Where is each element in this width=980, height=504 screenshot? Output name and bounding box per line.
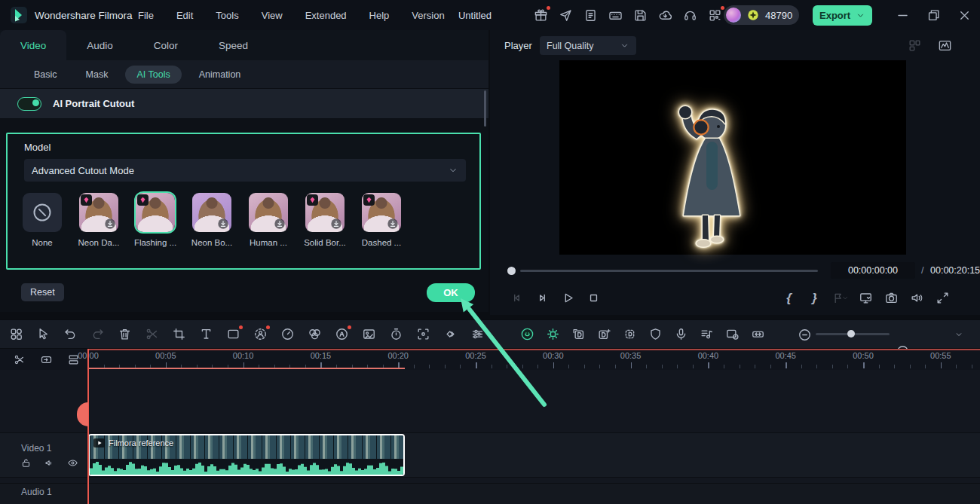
preset-item[interactable]: Solid Bor...	[305, 193, 345, 247]
neon-effect-icon[interactable]	[544, 326, 561, 343]
panel-scrollbar[interactable]	[484, 90, 486, 127]
property-tab[interactable]: Video	[0, 30, 66, 60]
speed-icon[interactable]	[279, 326, 296, 343]
ai-portrait-toggle[interactable]	[17, 97, 41, 111]
menu-item[interactable]: Help	[369, 10, 390, 21]
preset-thumbnail[interactable]	[192, 193, 231, 232]
play-icon[interactable]	[559, 289, 577, 307]
reset-button[interactable]: Reset	[21, 283, 64, 301]
ai-image-icon[interactable]	[360, 326, 377, 343]
track-mute-icon[interactable]	[43, 457, 56, 469]
export-button[interactable]: Export	[813, 5, 872, 26]
adjustment-icon[interactable]	[469, 326, 485, 343]
record-device-icon[interactable]	[724, 326, 740, 343]
voiceover-mic-icon[interactable]	[672, 326, 689, 343]
gift-icon[interactable]	[532, 7, 549, 23]
video-subtab[interactable]: Basic	[23, 66, 69, 84]
keyboard-icon[interactable]	[607, 7, 623, 23]
preset-item[interactable]: Human ...	[249, 193, 288, 247]
next-frame-icon[interactable]	[534, 289, 551, 307]
menu-item[interactable]: Extended	[305, 10, 347, 21]
headset-icon[interactable]	[681, 7, 698, 23]
avatar[interactable]	[726, 8, 741, 23]
fullscreen-icon[interactable]	[934, 289, 951, 307]
preset-thumbnail[interactable]	[136, 193, 175, 232]
preset-item[interactable]: None	[23, 193, 62, 247]
preset-thumbnail[interactable]	[305, 193, 345, 232]
keyframe-icon[interactable]	[442, 326, 458, 343]
color-wheels-icon[interactable]	[306, 326, 323, 343]
menu-item[interactable]: File	[138, 10, 154, 21]
preset-thumbnail[interactable]	[362, 193, 401, 232]
speech-to-text-icon[interactable]	[570, 326, 586, 343]
motion-track-icon[interactable]	[415, 326, 431, 343]
chevron-down-icon[interactable]	[954, 330, 963, 339]
media-grid-icon[interactable]	[8, 326, 24, 343]
property-tab[interactable]: Speed	[198, 30, 268, 60]
playhead[interactable]	[87, 349, 89, 504]
account-pill[interactable]: 48790	[724, 5, 799, 25]
task-list-icon[interactable]	[582, 7, 599, 23]
mark-in-icon[interactable]: {	[780, 289, 798, 307]
ok-button[interactable]: OK	[427, 283, 475, 302]
delete-icon[interactable]	[116, 326, 133, 343]
chevron-down-icon[interactable]	[856, 11, 865, 20]
preset-item[interactable]: Dashed ...	[362, 193, 401, 247]
lock-icon[interactable]	[20, 457, 32, 469]
ai-audio-icon[interactable]	[333, 326, 350, 343]
menu-item[interactable]: Tools	[216, 10, 238, 21]
auto-caption-icon[interactable]	[621, 326, 638, 343]
eye-icon[interactable]	[66, 457, 79, 469]
close-icon[interactable]	[953, 7, 975, 23]
property-tab[interactable]: Color	[133, 30, 198, 60]
preset-item[interactable]: Neon Bo...	[192, 193, 231, 247]
video-subtab[interactable]: Animation	[188, 66, 253, 84]
preset-thumbnail[interactable]	[249, 193, 288, 232]
stop-icon[interactable]	[585, 289, 602, 307]
menu-item[interactable]: View	[262, 10, 283, 21]
shield-icon[interactable]	[647, 326, 663, 343]
text-tool-icon[interactable]	[198, 326, 214, 343]
video-clip[interactable]: Filmora reference	[88, 434, 405, 476]
multi-view-icon[interactable]	[906, 37, 923, 53]
minimize-icon[interactable]	[891, 7, 914, 23]
preset-thumbnail[interactable]	[79, 193, 118, 232]
render-preview-icon[interactable]	[519, 326, 535, 343]
smart-cutout-icon[interactable]	[252, 326, 268, 343]
send-icon[interactable]	[557, 7, 574, 23]
save-icon[interactable]	[632, 7, 648, 23]
mirror-display-icon[interactable]	[857, 289, 874, 307]
split-scissors-icon[interactable]	[143, 326, 160, 343]
timeline-ruler[interactable]: 00:0000:0500:1000:1500:2000:2500:3000:35…	[0, 349, 980, 370]
preset-thumbnail[interactable]	[23, 193, 62, 232]
model-dropdown[interactable]: Advanced Cutout Mode	[24, 159, 466, 182]
quality-dropdown[interactable]: Full Quality	[540, 36, 636, 55]
scopes-icon[interactable]	[936, 37, 953, 53]
preset-item[interactable]: Neon Da...	[79, 193, 118, 247]
video-subtab[interactable]: AI Tools	[125, 66, 181, 84]
previous-frame-icon[interactable]	[508, 289, 525, 307]
cloud-download-icon[interactable]	[657, 7, 673, 23]
preset-item[interactable]: Flashing ...	[136, 193, 175, 247]
marker-flag-icon[interactable]	[831, 289, 849, 307]
video-subtab[interactable]: Mask	[75, 66, 120, 84]
zoom-slider-handle[interactable]	[847, 330, 855, 338]
auto-ripple-icon[interactable]	[749, 326, 766, 343]
snapshot-icon[interactable]	[883, 289, 900, 307]
audio-music-icon[interactable]	[698, 326, 715, 343]
text-to-speech-icon[interactable]	[596, 326, 612, 343]
mark-out-icon[interactable]: }	[806, 289, 823, 307]
property-tab[interactable]: Audio	[66, 30, 133, 60]
current-time[interactable]: 00:00:00:00	[831, 262, 915, 279]
crop-icon[interactable]	[170, 326, 187, 343]
restore-icon[interactable]	[922, 7, 945, 23]
redo-icon[interactable]	[89, 326, 106, 343]
qr-grid-icon[interactable]	[706, 7, 723, 23]
zoom-out-icon[interactable]	[796, 326, 813, 343]
seek-handle[interactable]	[507, 267, 516, 275]
timeline-tracks[interactable]: Video 1 Audio 1 Filmora reference	[0, 370, 980, 504]
select-tool-icon[interactable]	[35, 326, 51, 343]
duration-icon[interactable]	[387, 326, 404, 343]
preview-canvas[interactable]	[559, 60, 906, 255]
seek-track[interactable]	[520, 270, 818, 272]
